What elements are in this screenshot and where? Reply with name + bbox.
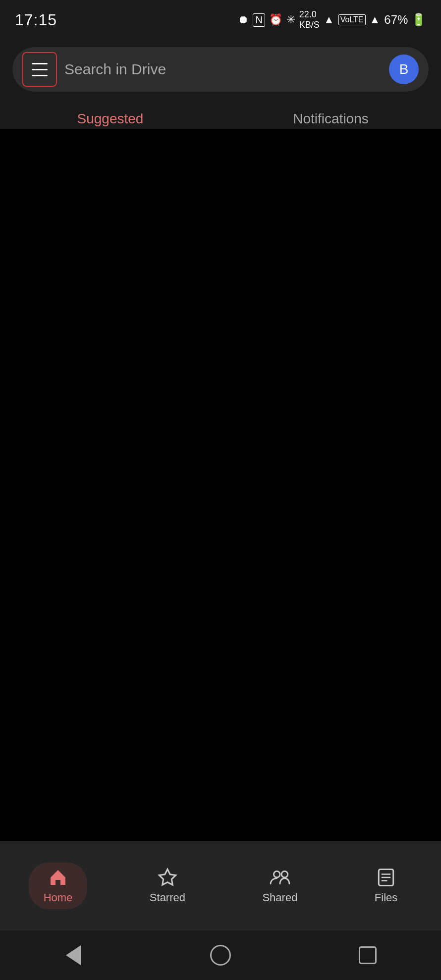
menu-line-3 (32, 75, 48, 76)
search-input-placeholder[interactable]: Search in Drive (64, 61, 382, 78)
svg-point-0 (274, 871, 280, 877)
bluetooth-icon: ✳ (286, 13, 295, 26)
back-icon (66, 945, 81, 965)
bottom-nav: Home Starred Shared Files (0, 841, 441, 930)
nav-label-shared: Shared (262, 891, 297, 904)
status-bar: 17:15 ⏺ N ⏰ ✳ 22.0KB/S ▲ VoLTE ▲ 67% 🔋 (0, 0, 441, 40)
nav-label-files: Files (375, 891, 397, 904)
menu-line-2 (32, 69, 48, 70)
avatar[interactable]: B (389, 54, 419, 84)
system-nav-bar (0, 930, 441, 980)
search-bar-container: Search in Drive B (0, 40, 441, 99)
data-speed-icon: 22.0KB/S (299, 9, 320, 30)
main-content-area (0, 129, 441, 841)
star-icon (158, 868, 177, 887)
nav-label-starred: Starred (150, 891, 185, 904)
menu-line-1 (32, 63, 48, 64)
home-nav-icon (210, 945, 231, 966)
back-button[interactable] (61, 943, 86, 968)
alarm-icon: ⏰ (269, 13, 282, 26)
lte-icon: VoLTE (338, 14, 366, 25)
nav-item-home[interactable]: Home (29, 863, 88, 909)
files-icon (377, 868, 395, 887)
battery-indicator: 67% 🔋 (384, 13, 426, 27)
status-icons: ⏺ N ⏰ ✳ 22.0KB/S ▲ VoLTE ▲ 67% 🔋 (238, 9, 426, 30)
recents-button[interactable] (355, 943, 380, 968)
nfc-icon: N (253, 13, 265, 27)
wifi-icon: ▲ (324, 13, 334, 26)
svg-point-1 (281, 871, 288, 877)
nav-item-files[interactable]: Files (360, 863, 412, 909)
record-icon: ⏺ (238, 13, 249, 26)
search-bar[interactable]: Search in Drive B (12, 47, 429, 92)
recents-icon (359, 946, 377, 964)
signal-icon: ▲ (370, 13, 381, 26)
nav-item-starred[interactable]: Starred (135, 863, 200, 909)
menu-button[interactable] (22, 52, 57, 87)
nav-label-home: Home (44, 891, 73, 904)
shared-icon (269, 868, 291, 887)
nav-item-shared[interactable]: Shared (247, 863, 312, 909)
home-icon (48, 868, 68, 887)
home-button[interactable] (208, 943, 233, 968)
status-time: 17:15 (15, 11, 57, 29)
